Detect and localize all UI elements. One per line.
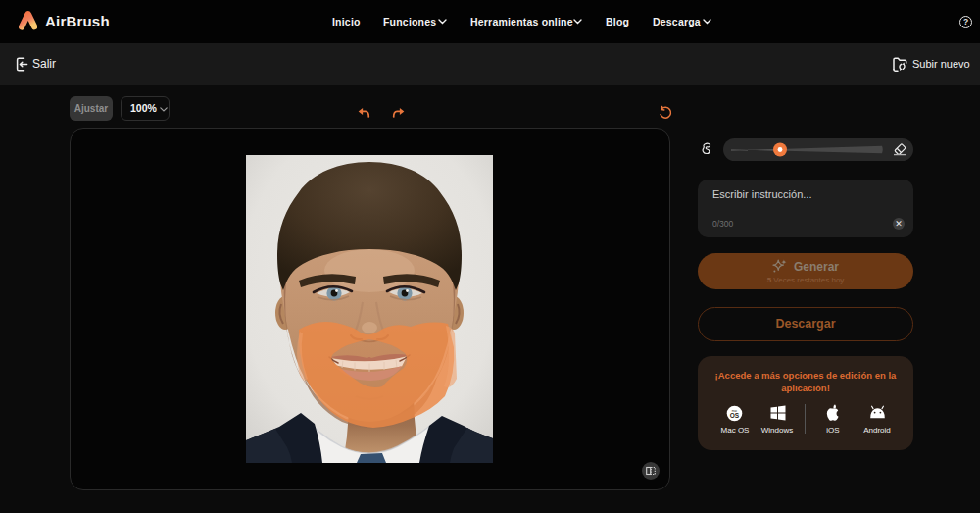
svg-text:OS: OS bbox=[730, 412, 740, 419]
